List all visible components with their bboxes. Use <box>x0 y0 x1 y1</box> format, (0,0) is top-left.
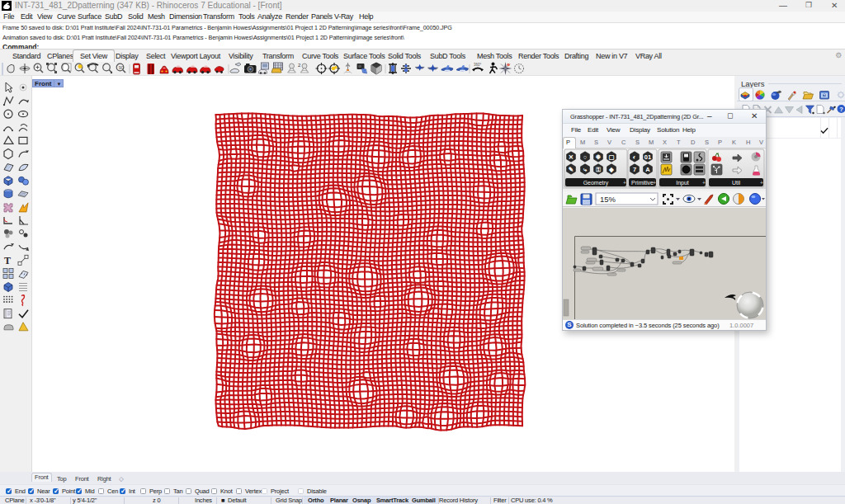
svg-text:⚿: ⚿ <box>596 166 601 173</box>
svg-text:❉: ❉ <box>596 153 602 161</box>
svg-text:Geometry: Geometry <box>583 180 609 186</box>
svg-text:▢: ▢ <box>608 153 614 161</box>
svg-text:◐: ◐ <box>633 153 637 161</box>
svg-text:360°: 360° <box>474 63 482 67</box>
svg-text:7: 7 <box>633 166 636 173</box>
svg-text:2: 2 <box>298 63 301 68</box>
svg-text:?: ? <box>839 106 843 113</box>
svg-text:Input: Input <box>676 180 689 186</box>
svg-text:+: + <box>653 180 656 186</box>
svg-text:+: + <box>760 180 763 186</box>
svg-text:Util: Util <box>732 180 741 186</box>
svg-text:T: T <box>4 255 11 266</box>
svg-text:+: + <box>623 180 626 186</box>
svg-text:◆: ◆ <box>608 166 614 173</box>
svg-text:○: ○ <box>583 153 588 161</box>
svg-text:01: 01 <box>644 153 651 161</box>
svg-text:A: A <box>645 166 650 173</box>
svg-text:90: 90 <box>119 65 124 70</box>
svg-text:15%: 15% <box>600 195 616 204</box>
svg-text:+: + <box>702 180 706 186</box>
svg-text:Primitive: Primitive <box>631 180 654 186</box>
svg-text:✎: ✎ <box>569 166 574 173</box>
svg-text:?: ? <box>824 93 826 98</box>
svg-text:✕: ✕ <box>569 153 574 161</box>
